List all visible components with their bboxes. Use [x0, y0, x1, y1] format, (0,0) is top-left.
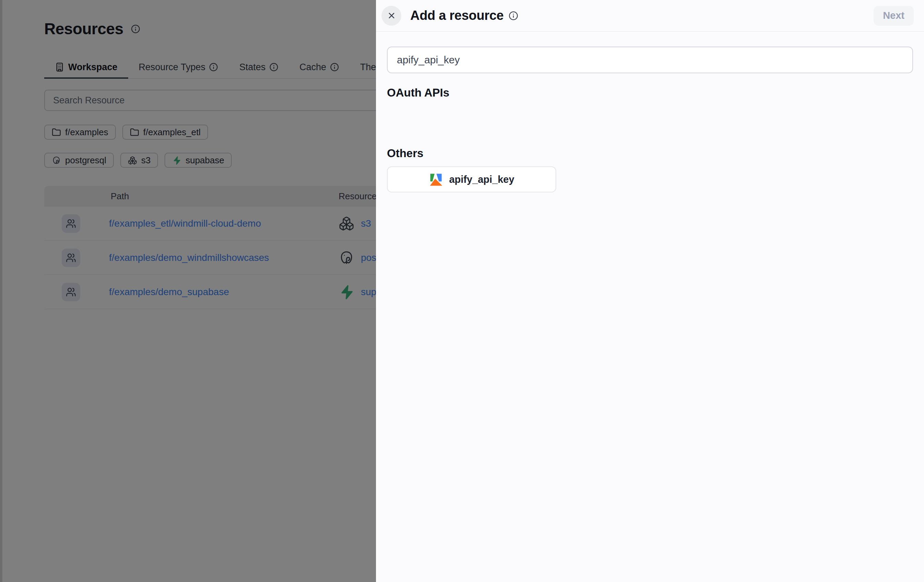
- section-heading-oauth: OAuth APIs: [387, 85, 913, 100]
- resource-type-filter-input[interactable]: [387, 46, 913, 73]
- drawer-body: OAuth APIs Others apify_api_key: [376, 31, 924, 192]
- info-icon[interactable]: [508, 11, 518, 21]
- resource-type-card-apify[interactable]: apify_api_key: [387, 166, 556, 192]
- resource-type-card-label: apify_api_key: [449, 174, 514, 185]
- drawer-header: Add a resource Next: [376, 0, 924, 31]
- app-window: Resources Workspace Resource Types State…: [0, 0, 924, 582]
- oauth-empty-area: [387, 100, 913, 134]
- next-button[interactable]: Next: [874, 6, 914, 26]
- section-heading-others: Others: [387, 146, 913, 161]
- apify-logo-icon: [429, 172, 444, 187]
- drawer-title: Add a resource: [410, 8, 503, 23]
- close-icon: [387, 11, 396, 20]
- add-resource-drawer: Add a resource Next OAuth APIs Others ap…: [376, 0, 924, 582]
- close-button[interactable]: [381, 6, 401, 26]
- window-edge: [0, 0, 2, 582]
